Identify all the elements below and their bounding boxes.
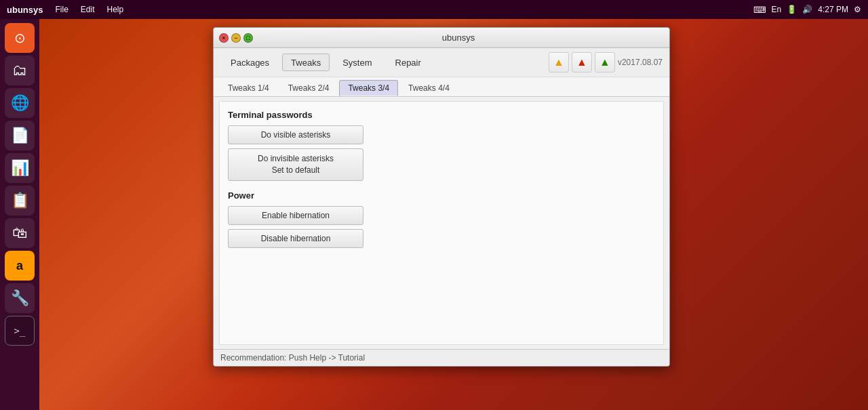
- do-visible-asterisks-button[interactable]: Do visible asterisks: [228, 125, 363, 144]
- window-controls: × − □: [219, 33, 253, 43]
- arrow-up-green-icon: ▲: [599, 56, 610, 68]
- files-icon[interactable]: 🗂: [5, 56, 35, 85]
- power-section: Power Enable hibernation Disable hiberna…: [228, 190, 655, 248]
- arrow-up-red-button[interactable]: ▲: [572, 52, 592, 73]
- menu-file[interactable]: File: [50, 2, 73, 17]
- settings-icon: ⚙: [854, 5, 861, 14]
- taskbar-app-name: ubunsys: [0, 5, 50, 15]
- arrow-up-orange-button[interactable]: ▲: [549, 52, 569, 73]
- version-label: v2017.08.07: [618, 58, 663, 67]
- firefox-icon[interactable]: 🌐: [5, 88, 35, 118]
- taskbar-menu: File Edit Help: [50, 2, 129, 17]
- writer-icon[interactable]: 📄: [5, 121, 35, 150]
- tab-tweaks[interactable]: Tweaks: [282, 54, 330, 71]
- subtab-tweaks-1[interactable]: Tweaks 1/4: [219, 80, 278, 96]
- status-text: Recommendation: Push Help -> Tutorial: [220, 353, 365, 363]
- volume-icon: 🔊: [802, 5, 812, 14]
- impress-icon[interactable]: 📋: [5, 186, 35, 216]
- ubuntu-logo: ⊙: [14, 30, 26, 46]
- system-settings-icon[interactable]: 🔧: [5, 283, 35, 313]
- arrow-up-green-button[interactable]: ▲: [595, 52, 615, 73]
- menu-help[interactable]: Help: [102, 2, 130, 17]
- keyboard-icon: ⌨: [753, 5, 766, 15]
- toolbar-row: Packages Tweaks System Repair ▲ ▲ ▲ v201…: [214, 48, 669, 77]
- terminal-passwords-section: Terminal passwords Do visible asterisks …: [228, 110, 655, 181]
- tab-system[interactable]: System: [332, 54, 382, 71]
- do-invisible-asterisks-button[interactable]: Do invisible asterisks Set to default: [228, 148, 363, 181]
- power-label: Power: [228, 190, 655, 201]
- battery-icon: 🔋: [787, 5, 797, 14]
- amazon-icon[interactable]: a: [5, 251, 35, 281]
- menu-edit[interactable]: Edit: [75, 2, 100, 17]
- subtab-bar: Tweaks 1/4 Tweaks 2/4 Tweaks 3/4 Tweaks …: [214, 77, 669, 97]
- main-panel: Terminal passwords Do visible asterisks …: [219, 101, 664, 345]
- taskbar: ubunsys File Edit Help ⌨ En 🔋 🔊 4:27 PM …: [0, 0, 868, 19]
- status-bar: Recommendation: Push Help -> Tutorial: [214, 349, 669, 366]
- taskbar-right: ⌨ En 🔋 🔊 4:27 PM ⚙: [753, 5, 868, 15]
- minimize-button[interactable]: −: [231, 33, 241, 43]
- arrow-up-orange-icon: ▲: [553, 56, 564, 68]
- maximize-button[interactable]: □: [243, 33, 253, 43]
- window-titlebar: × − □ ubunsys: [214, 28, 669, 48]
- window-title: ubunsys: [253, 33, 664, 43]
- disable-hibernation-button[interactable]: Disable hibernation: [228, 229, 363, 248]
- app-window: × − □ ubunsys Packages Tweaks System Rep…: [213, 27, 670, 367]
- calc-icon[interactable]: 📊: [5, 153, 35, 183]
- subtab-tweaks-3[interactable]: Tweaks 3/4: [339, 80, 398, 96]
- terminal-passwords-label: Terminal passwords: [228, 110, 655, 120]
- sidebar: ⊙ 🗂 🌐 📄 📊 📋 🛍 a 🔧 >_: [0, 19, 39, 410]
- ubuntu-launcher-icon[interactable]: ⊙: [5, 23, 35, 53]
- close-button[interactable]: ×: [219, 33, 229, 43]
- terminal-icon[interactable]: >_: [5, 316, 35, 346]
- software-center-icon[interactable]: 🛍: [5, 218, 35, 248]
- subtab-tweaks-2[interactable]: Tweaks 2/4: [279, 80, 338, 96]
- subtab-tweaks-4[interactable]: Tweaks 4/4: [399, 80, 458, 96]
- enable-hibernation-button[interactable]: Enable hibernation: [228, 206, 363, 225]
- tab-repair[interactable]: Repair: [385, 54, 431, 71]
- arrow-up-red-icon: ▲: [576, 56, 587, 68]
- tab-packages[interactable]: Packages: [220, 54, 279, 71]
- taskbar-time: 4:27 PM: [818, 5, 848, 14]
- language-indicator: En: [772, 5, 782, 14]
